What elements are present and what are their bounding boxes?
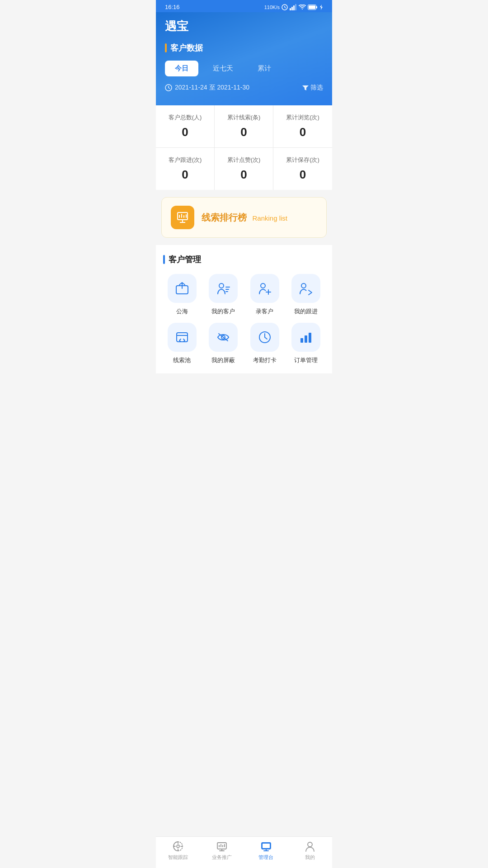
dashboard-nav-icon xyxy=(260,840,272,852)
mgmt-item-orders[interactable]: 订单管理 xyxy=(287,323,325,364)
mgmt-item-attendance[interactable]: 考勤打卡 xyxy=(246,323,284,364)
stat-label-5: 累计保存(次) xyxy=(278,156,328,164)
nav-label-profile: 我的 xyxy=(305,854,315,861)
mgmt-label-gonhai: 公海 xyxy=(176,307,188,316)
svg-point-27 xyxy=(261,283,265,288)
stat-label-4: 累计点赞(次) xyxy=(219,156,268,164)
svg-rect-9 xyxy=(316,6,317,8)
signal-icon xyxy=(290,4,297,10)
filter-icon xyxy=(302,85,309,91)
svg-marker-10 xyxy=(320,5,323,10)
svg-point-56 xyxy=(308,842,312,847)
svg-rect-3 xyxy=(290,8,291,10)
track-nav-icon xyxy=(172,840,184,852)
period-tabs: 今日 近七天 累计 xyxy=(165,61,323,76)
svg-rect-5 xyxy=(293,5,295,10)
person-list-icon xyxy=(216,281,230,296)
stat-value-2: 0 xyxy=(278,125,328,139)
stat-value-5: 0 xyxy=(278,168,328,182)
app-title: 遇宝 xyxy=(165,19,323,34)
mgmt-label-my-followups: 我的跟进 xyxy=(294,307,318,316)
mgmt-item-add-customer[interactable]: 录客户 xyxy=(246,274,284,316)
stat-value-0: 0 xyxy=(160,125,210,139)
person-add-icon xyxy=(258,281,272,296)
nav-label-promo: 业务推广 xyxy=(212,854,232,861)
clue-pool-icon-wrap xyxy=(168,323,197,352)
date-range-row: 2021-11-24 至 2021-11-30 筛选 xyxy=(165,84,323,92)
stat-label-0: 客户总数(人) xyxy=(160,113,210,122)
clock-check-icon xyxy=(258,330,272,344)
stat-total-customers: 客户总数(人) 0 xyxy=(156,105,215,148)
stat-total-likes: 累计点赞(次) 0 xyxy=(215,148,273,190)
eye-off-icon xyxy=(216,330,230,344)
svg-rect-53 xyxy=(263,844,270,848)
svg-rect-4 xyxy=(291,7,293,10)
mgmt-item-my-followups[interactable]: 我的跟进 xyxy=(287,274,325,316)
svg-point-23 xyxy=(219,283,224,288)
nav-item-tracking[interactable]: 智能跟踪 xyxy=(156,840,200,861)
tab-today[interactable]: 今日 xyxy=(165,61,198,76)
blocked-icon-wrap xyxy=(209,323,238,352)
management-grid: 公海 我的客户 xyxy=(163,274,325,364)
svg-marker-14 xyxy=(302,85,309,90)
attendance-icon-wrap xyxy=(250,323,279,352)
main-content: 客户总数(人) 0 累计线索(条) 0 累计浏览(次) 0 客户跟进(次) 0 … xyxy=(156,105,332,417)
mgmt-label-clue-pool: 线索池 xyxy=(173,356,191,364)
stat-label-1: 累计线索(条) xyxy=(219,113,268,122)
stats-grid: 客户总数(人) 0 累计线索(条) 0 累计浏览(次) 0 客户跟进(次) 0 … xyxy=(156,105,332,190)
svg-line-36 xyxy=(265,337,267,339)
svg-rect-8 xyxy=(309,5,315,9)
battery-icon xyxy=(308,5,318,10)
svg-line-13 xyxy=(169,88,170,89)
svg-point-40 xyxy=(177,845,179,848)
network-speed: 110K/s xyxy=(264,5,280,10)
svg-rect-39 xyxy=(309,333,311,343)
mgmt-item-my-customers[interactable]: 我的客户 xyxy=(205,274,243,316)
clock-status-icon xyxy=(282,4,288,10)
wifi-icon xyxy=(299,5,306,10)
add-customer-icon-wrap xyxy=(250,274,279,303)
filter-button[interactable]: 筛选 xyxy=(302,84,323,92)
ranking-title: 线索排行榜 xyxy=(202,212,247,222)
svg-rect-6 xyxy=(295,4,296,10)
header: 遇宝 客户数据 今日 近七天 累计 2021-11-24 至 2021-11-3… xyxy=(156,12,332,105)
stat-value-3: 0 xyxy=(160,168,210,182)
status-right: 110K/s xyxy=(264,4,323,10)
stat-customer-followups: 客户跟进(次) 0 xyxy=(156,148,215,190)
upload-box-icon xyxy=(175,281,189,296)
my-customers-icon-wrap xyxy=(209,274,238,303)
svg-rect-31 xyxy=(177,333,188,342)
clue-pool-icon xyxy=(175,330,189,344)
ranking-banner[interactable]: 线索排行榜 Ranking list xyxy=(161,197,327,238)
stat-total-clues: 累计线索(条) 0 xyxy=(215,105,273,148)
mgmt-item-gonhai[interactable]: 公海 xyxy=(163,274,201,316)
nav-item-promo[interactable]: 业务推广 xyxy=(200,840,244,861)
title-bar-decoration xyxy=(165,43,167,52)
status-bar: 16:16 110K/s xyxy=(156,0,332,12)
customer-mgmt-heading: 客户管理 xyxy=(163,254,325,265)
bottom-navigation: 智能跟踪 业务推广 管理台 我的 xyxy=(156,836,332,868)
nav-item-profile[interactable]: 我的 xyxy=(288,840,333,861)
person-nav-icon xyxy=(304,840,316,852)
ranking-text: 线索排行榜 Ranking list xyxy=(202,212,287,224)
mgmt-label-attendance: 考勤打卡 xyxy=(253,356,277,364)
clock-date-icon xyxy=(165,84,172,91)
tab-cumulative[interactable]: 累计 xyxy=(248,61,281,76)
mgmt-item-blocked[interactable]: 我的屏蔽 xyxy=(205,323,243,364)
date-range-display: 2021-11-24 至 2021-11-30 xyxy=(165,84,249,92)
section-title-customer-data: 客户数据 xyxy=(165,42,323,53)
mgmt-label-my-customers: 我的客户 xyxy=(211,307,235,316)
nav-item-dashboard[interactable]: 管理台 xyxy=(244,840,288,861)
stat-label-3: 客户跟进(次) xyxy=(160,156,210,164)
stat-label-2: 累计浏览(次) xyxy=(278,113,328,122)
svg-point-30 xyxy=(301,283,306,288)
mgmt-label-add-customer: 录客户 xyxy=(256,307,273,316)
gonhai-icon-wrap xyxy=(168,274,197,303)
tab-seven-days[interactable]: 近七天 xyxy=(203,61,243,76)
my-followups-icon-wrap xyxy=(291,274,320,303)
mgmt-item-clue-pool[interactable]: 线索池 xyxy=(163,323,201,364)
stat-total-views: 累计浏览(次) 0 xyxy=(273,105,332,148)
nav-label-tracking: 智能跟踪 xyxy=(168,854,188,861)
promo-nav-icon xyxy=(216,840,228,852)
svg-rect-37 xyxy=(300,338,303,343)
